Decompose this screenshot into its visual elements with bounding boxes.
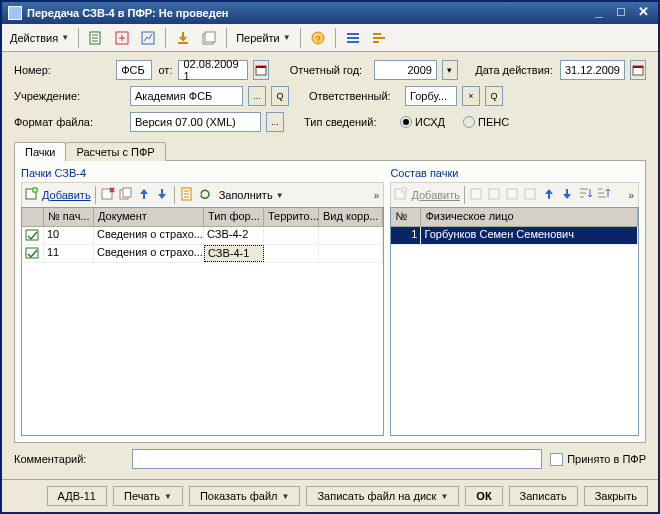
- navigate-menu[interactable]: Перейти ▼: [232, 30, 295, 46]
- right-tb-icon-sort2[interactable]: [595, 186, 611, 204]
- window: Передача СЗВ-4 в ПФР: Не проведен _ □ ✕ …: [0, 0, 660, 514]
- left-add-link[interactable]: Добавить: [42, 189, 91, 201]
- org-input[interactable]: Академия ФСБ: [130, 86, 243, 106]
- accepted-checkbox[interactable]: Принято в ПФР: [550, 453, 646, 466]
- rcol-person[interactable]: Физическое лицо: [421, 208, 638, 226]
- titlebar: Передача СЗВ-4 в ПФР: Не проведен _ □ ✕: [2, 2, 658, 24]
- col-type[interactable]: Тип фор...: [204, 208, 264, 226]
- svg-rect-30: [507, 189, 517, 199]
- responsible-input[interactable]: Горбу...: [405, 86, 457, 106]
- svg-rect-13: [373, 41, 379, 43]
- col-terr[interactable]: Террито...: [264, 208, 319, 226]
- comment-input[interactable]: [132, 449, 542, 469]
- svg-rect-3: [178, 42, 188, 44]
- responsible-clear-button[interactable]: ×: [462, 86, 480, 106]
- minimize-button[interactable]: _: [590, 5, 608, 21]
- left-pane: Пачки СЗВ-4 Добавить Заполнить ▼ »: [21, 167, 384, 436]
- number-label: Номер:: [14, 64, 110, 76]
- col-doc[interactable]: Документ: [94, 208, 204, 226]
- app-icon: [8, 6, 22, 20]
- left-tb-icon-up[interactable]: [136, 186, 152, 204]
- actions-menu[interactable]: Действия ▼: [6, 30, 73, 46]
- toolbar-icon-7[interactable]: [367, 28, 391, 48]
- svg-rect-10: [347, 41, 359, 43]
- svg-rect-17: [633, 66, 643, 68]
- toolbar-icon-1[interactable]: [84, 28, 108, 48]
- format-label: Формат файла:: [14, 116, 124, 128]
- calendar-button-2[interactable]: [630, 60, 646, 80]
- table-row[interactable]: 11 Сведения о страхо... СЗВ-4-1: [22, 245, 383, 263]
- left-toolbar: Добавить Заполнить ▼ »: [21, 182, 384, 208]
- left-tb-icon-refresh[interactable]: [197, 186, 213, 204]
- svg-rect-15: [256, 66, 266, 68]
- left-tb-icon-down[interactable]: [154, 186, 170, 204]
- format-input[interactable]: Версия 07.00 (XML): [130, 112, 261, 132]
- show-file-button[interactable]: Показать файл ▼: [189, 486, 300, 506]
- content-area: Номер: ФСБ от: 02.08.2009 1 Отчетный год…: [2, 52, 658, 479]
- right-pane-title: Состав пачки: [390, 167, 639, 179]
- svg-rect-12: [373, 37, 385, 39]
- svg-rect-5: [205, 32, 215, 42]
- org-open-button[interactable]: Q: [271, 86, 289, 106]
- left-tb-icon-doc[interactable]: [179, 186, 195, 204]
- comment-label: Комментарий:: [14, 453, 124, 465]
- right-expand[interactable]: »: [626, 190, 636, 201]
- report-year-input[interactable]: 2009: [374, 60, 437, 80]
- close-button[interactable]: ✕: [634, 5, 652, 21]
- col-corr[interactable]: Вид корр...: [319, 208, 383, 226]
- right-tb-icon-3: [505, 186, 521, 204]
- svg-rect-8: [347, 33, 359, 35]
- left-fill-menu[interactable]: Заполнить ▼: [215, 187, 288, 203]
- close-form-button[interactable]: Закрыть: [584, 486, 648, 506]
- ok-button[interactable]: ОК: [465, 486, 502, 506]
- toolbar-icon-6[interactable]: [341, 28, 365, 48]
- left-tb-icon-del[interactable]: [100, 186, 116, 204]
- right-tb-icon-down[interactable]: [559, 186, 575, 204]
- radio-pens[interactable]: ПЕНС: [463, 116, 509, 128]
- year-spinner[interactable]: ▾: [442, 60, 458, 80]
- svg-rect-11: [373, 33, 381, 35]
- right-grid[interactable]: № Физическое лицо 1 Горбунков Семен Семе…: [390, 207, 639, 436]
- toolbar-icon-3[interactable]: [136, 28, 160, 48]
- format-select-button[interactable]: ...: [266, 112, 284, 132]
- responsible-label: Ответственный:: [309, 90, 399, 102]
- toolbar-icon-5[interactable]: [197, 28, 221, 48]
- maximize-button[interactable]: □: [612, 5, 630, 21]
- help-button[interactable]: ?: [306, 28, 330, 48]
- type-label: Тип сведений:: [304, 116, 394, 128]
- save-button[interactable]: Записать: [509, 486, 578, 506]
- toolbar-icon-2[interactable]: [110, 28, 134, 48]
- number-input[interactable]: ФСБ: [116, 60, 152, 80]
- left-tb-icon-copy[interactable]: [118, 186, 134, 204]
- svg-rect-22: [123, 188, 131, 197]
- table-row[interactable]: 10 Сведения о страхо... СЗВ-4-2: [22, 227, 383, 245]
- right-tb-icon-4: [523, 186, 539, 204]
- toolbar: Действия ▼ Перейти ▼ ?: [2, 24, 658, 52]
- tab-calc[interactable]: Расчеты с ПФР: [65, 142, 165, 161]
- table-row[interactable]: 1 Горбунков Семен Семенович: [391, 227, 638, 245]
- calendar-button-1[interactable]: [253, 60, 269, 80]
- right-tb-icon-up[interactable]: [541, 186, 557, 204]
- tab-packs[interactable]: Пачки: [14, 142, 66, 161]
- date-input[interactable]: 02.08.2009 1: [178, 60, 248, 80]
- rcol-num[interactable]: №: [391, 208, 421, 226]
- print-button[interactable]: Печать ▼: [113, 486, 183, 506]
- window-title: Передача СЗВ-4 в ПФР: Не проведен: [27, 7, 586, 19]
- footer: АДВ-11 Печать ▼ Показать файл ▼ Записать…: [2, 479, 658, 512]
- left-add-icon[interactable]: [24, 186, 40, 204]
- left-grid[interactable]: № пач... Документ Тип фор... Террито... …: [21, 207, 384, 436]
- action-date-input[interactable]: 31.12.2009: [560, 60, 625, 80]
- left-pane-title: Пачки СЗВ-4: [21, 167, 384, 179]
- left-expand[interactable]: »: [372, 190, 382, 201]
- org-select-button[interactable]: ...: [248, 86, 266, 106]
- right-add-icon: [393, 186, 409, 204]
- responsible-open-button[interactable]: Q: [485, 86, 503, 106]
- action-date-label: Дата действия:: [475, 64, 554, 76]
- radio-ishd[interactable]: ИСХД: [400, 116, 445, 128]
- toolbar-icon-4[interactable]: [171, 28, 195, 48]
- right-tb-icon-sort1[interactable]: [577, 186, 593, 204]
- right-toolbar: Добавить »: [390, 182, 639, 208]
- adv-button[interactable]: АДВ-11: [47, 486, 107, 506]
- col-num[interactable]: № пач...: [44, 208, 94, 226]
- write-file-button[interactable]: Записать файл на диск ▼: [306, 486, 459, 506]
